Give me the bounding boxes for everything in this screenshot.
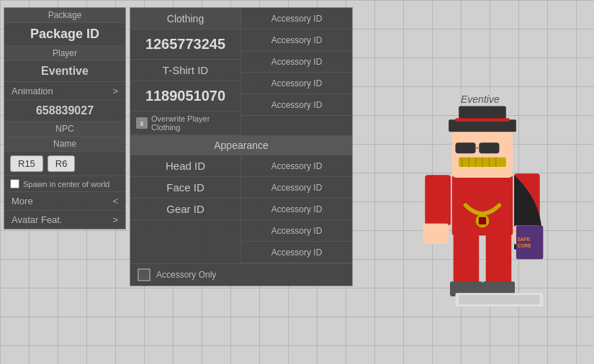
mid-top-section: Clothing 1265773245 T-Shirt ID 118905107… (130, 8, 352, 135)
player-name: Eventive (4, 61, 125, 82)
r15-button[interactable]: R15 (10, 155, 43, 172)
accessory-id-7[interactable]: Accessory ID (241, 177, 352, 199)
button-row: R15 R6 (4, 152, 125, 176)
svg-rect-6 (454, 235, 480, 285)
clothing-id-value[interactable]: 1265773245 (130, 29, 240, 60)
spawn-checkbox-row[interactable]: Spawn in center of world (4, 176, 125, 192)
face-id-label[interactable]: Face ID (130, 177, 240, 199)
accessory-id-2[interactable]: Accessory ID (241, 29, 352, 51)
animation-arrow: > (112, 86, 118, 96)
accessory-id-8[interactable]: Accessory ID (241, 199, 352, 220)
tshirt-id-value[interactable]: 1189051070 (130, 81, 240, 112)
more-row[interactable]: More < (4, 192, 125, 211)
accessory-id-9[interactable]: Accessory ID (241, 220, 352, 242)
spawn-checkbox[interactable] (10, 179, 19, 188)
appearance-left: Head ID Face ID Gear ID (130, 155, 241, 263)
avatar-area: Eventive (367, 58, 590, 331)
mid-panel: Clothing 1265773245 T-Shirt ID 118905107… (130, 7, 353, 286)
accessory-id-6[interactable]: Accessory ID (241, 155, 352, 177)
appearance-section: Appearance Head ID Face ID Gear ID Acces… (130, 135, 352, 263)
more-label: More (12, 196, 33, 206)
gear-id-label[interactable]: Gear ID (130, 199, 240, 220)
accessory-id-3[interactable]: Accessory ID (241, 51, 352, 73)
appearance-grid: Head ID Face ID Gear ID Accessory ID Acc… (130, 155, 352, 263)
svg-text:SAFE: SAFE (518, 237, 531, 242)
character-figure: SAFE CORE (410, 101, 554, 317)
overwrite-x-button[interactable]: x (136, 117, 148, 129)
svg-rect-26 (516, 225, 544, 259)
accessory-id-4[interactable]: Accessory ID (241, 73, 352, 94)
svg-rect-23 (456, 118, 510, 122)
accessory-id-10[interactable]: Accessory ID (241, 242, 352, 263)
svg-text:CORE: CORE (518, 243, 532, 248)
head-id-label[interactable]: Head ID (130, 155, 240, 177)
svg-rect-30 (459, 295, 540, 304)
avatar-feat-label: Avatar Feat. (12, 214, 63, 225)
appearance-header: Appearance (130, 136, 352, 155)
more-arrow: < (112, 196, 118, 206)
accessory-id-5[interactable]: Accessory ID (241, 94, 352, 116)
accessory-only-checkbox[interactable] (138, 268, 150, 281)
r6-button[interactable]: R6 (48, 155, 76, 172)
accessory-column-top: Accessory ID Accessory ID Accessory ID A… (241, 8, 352, 135)
accessory-only-row[interactable]: Accessory Only (130, 263, 352, 286)
clothing-column: Clothing 1265773245 T-Shirt ID 118905107… (130, 8, 241, 135)
svg-rect-2 (425, 175, 451, 225)
avatar-feat-row[interactable]: Avatar Feat. > (4, 211, 125, 229)
overwrite-row[interactable]: x Overwrite Player Clothing (130, 112, 240, 135)
accessory-column-bottom: Accessory ID Accessory ID Accessory ID A… (241, 155, 352, 263)
accessory-only-label: Accessory Only (156, 270, 216, 280)
clothing-header: Clothing (130, 8, 240, 29)
left-panel: Package Package ID Player Eventive Anima… (4, 7, 126, 229)
avatar-feat-arrow: > (112, 214, 118, 225)
overwrite-label: Overwrite Player Clothing (151, 114, 235, 132)
package-label: Package (4, 8, 125, 23)
svg-rect-11 (456, 142, 476, 153)
svg-rect-4 (423, 224, 449, 244)
tshirt-label: T-Shirt ID (130, 60, 240, 81)
svg-rect-7 (486, 235, 512, 285)
npc-label: NPC (4, 122, 125, 137)
package-id[interactable]: Package ID (4, 23, 125, 46)
animation-label: Animation (12, 86, 53, 96)
animation-row[interactable]: Animation > (4, 82, 125, 101)
animation-id[interactable]: 658839027 (4, 101, 125, 122)
spawn-label: Spawn in center of world (23, 180, 109, 188)
svg-rect-25 (478, 217, 486, 224)
accessory-id-1[interactable]: Accessory ID (241, 8, 352, 29)
svg-rect-12 (479, 142, 499, 153)
name-label: Name (4, 137, 125, 152)
player-label: Player (4, 46, 125, 61)
